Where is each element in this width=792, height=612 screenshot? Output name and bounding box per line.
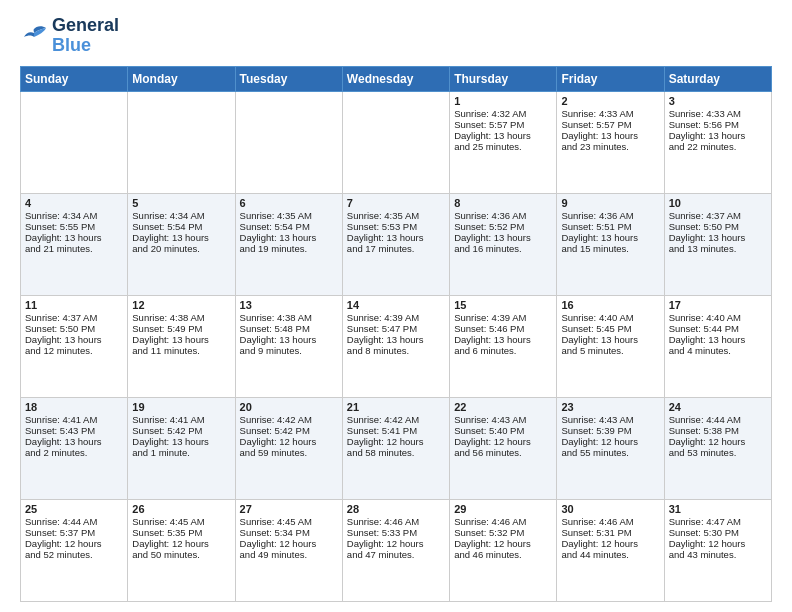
- day-info: and 22 minutes.: [669, 141, 767, 152]
- day-info: Daylight: 12 hours: [240, 436, 338, 447]
- day-number: 30: [561, 503, 659, 515]
- day-info: Daylight: 13 hours: [669, 130, 767, 141]
- day-info: and 6 minutes.: [454, 345, 552, 356]
- calendar-cell: 24Sunrise: 4:44 AMSunset: 5:38 PMDayligh…: [664, 397, 771, 499]
- day-number: 25: [25, 503, 123, 515]
- day-info: Daylight: 12 hours: [347, 538, 445, 549]
- day-info: Sunset: 5:48 PM: [240, 323, 338, 334]
- day-info: and 1 minute.: [132, 447, 230, 458]
- day-number: 4: [25, 197, 123, 209]
- calendar-cell: 31Sunrise: 4:47 AMSunset: 5:30 PMDayligh…: [664, 499, 771, 601]
- day-info: Sunset: 5:49 PM: [132, 323, 230, 334]
- day-info: and 12 minutes.: [25, 345, 123, 356]
- day-info: Daylight: 12 hours: [454, 538, 552, 549]
- day-info: and 19 minutes.: [240, 243, 338, 254]
- day-info: Sunset: 5:37 PM: [25, 527, 123, 538]
- day-info: Sunrise: 4:33 AM: [561, 108, 659, 119]
- calendar-cell: 9Sunrise: 4:36 AMSunset: 5:51 PMDaylight…: [557, 193, 664, 295]
- day-info: and 8 minutes.: [347, 345, 445, 356]
- calendar-cell: [128, 91, 235, 193]
- day-info: Sunset: 5:50 PM: [25, 323, 123, 334]
- day-number: 24: [669, 401, 767, 413]
- day-info: Sunset: 5:31 PM: [561, 527, 659, 538]
- day-info: and 53 minutes.: [669, 447, 767, 458]
- day-info: Daylight: 12 hours: [25, 538, 123, 549]
- day-info: Sunset: 5:32 PM: [454, 527, 552, 538]
- header-monday: Monday: [128, 66, 235, 91]
- day-info: Sunset: 5:47 PM: [347, 323, 445, 334]
- day-number: 31: [669, 503, 767, 515]
- calendar-cell: 13Sunrise: 4:38 AMSunset: 5:48 PMDayligh…: [235, 295, 342, 397]
- day-number: 10: [669, 197, 767, 209]
- day-info: Sunrise: 4:47 AM: [669, 516, 767, 527]
- day-info: and 50 minutes.: [132, 549, 230, 560]
- calendar-week-row: 4Sunrise: 4:34 AMSunset: 5:55 PMDaylight…: [21, 193, 772, 295]
- day-info: Daylight: 13 hours: [454, 334, 552, 345]
- day-info: Sunrise: 4:33 AM: [669, 108, 767, 119]
- day-info: Sunset: 5:33 PM: [347, 527, 445, 538]
- calendar-cell: 10Sunrise: 4:37 AMSunset: 5:50 PMDayligh…: [664, 193, 771, 295]
- calendar-cell: 8Sunrise: 4:36 AMSunset: 5:52 PMDaylight…: [450, 193, 557, 295]
- calendar-cell: [235, 91, 342, 193]
- header-wednesday: Wednesday: [342, 66, 449, 91]
- day-info: Daylight: 13 hours: [132, 232, 230, 243]
- calendar-cell: 16Sunrise: 4:40 AMSunset: 5:45 PMDayligh…: [557, 295, 664, 397]
- header: General Blue: [20, 16, 772, 56]
- day-info: Sunrise: 4:42 AM: [240, 414, 338, 425]
- day-info: and 23 minutes.: [561, 141, 659, 152]
- day-info: Sunrise: 4:45 AM: [132, 516, 230, 527]
- day-info: and 4 minutes.: [669, 345, 767, 356]
- day-info: Daylight: 13 hours: [240, 232, 338, 243]
- calendar-table: Sunday Monday Tuesday Wednesday Thursday…: [20, 66, 772, 602]
- day-info: and 43 minutes.: [669, 549, 767, 560]
- day-info: Daylight: 12 hours: [454, 436, 552, 447]
- day-number: 21: [347, 401, 445, 413]
- calendar-cell: 12Sunrise: 4:38 AMSunset: 5:49 PMDayligh…: [128, 295, 235, 397]
- day-info: Daylight: 13 hours: [25, 334, 123, 345]
- day-info: Sunset: 5:40 PM: [454, 425, 552, 436]
- day-info: Sunset: 5:55 PM: [25, 221, 123, 232]
- day-info: and 13 minutes.: [669, 243, 767, 254]
- day-info: Daylight: 12 hours: [669, 538, 767, 549]
- day-info: and 5 minutes.: [561, 345, 659, 356]
- day-info: Sunrise: 4:43 AM: [561, 414, 659, 425]
- day-info: Sunset: 5:50 PM: [669, 221, 767, 232]
- day-info: Sunrise: 4:39 AM: [454, 312, 552, 323]
- day-info: Sunrise: 4:41 AM: [25, 414, 123, 425]
- day-info: Sunset: 5:34 PM: [240, 527, 338, 538]
- day-info: Sunset: 5:38 PM: [669, 425, 767, 436]
- day-info: Daylight: 13 hours: [25, 232, 123, 243]
- calendar-cell: [342, 91, 449, 193]
- day-number: 2: [561, 95, 659, 107]
- calendar-cell: 28Sunrise: 4:46 AMSunset: 5:33 PMDayligh…: [342, 499, 449, 601]
- calendar-week-row: 25Sunrise: 4:44 AMSunset: 5:37 PMDayligh…: [21, 499, 772, 601]
- logo-general: General: [52, 16, 119, 36]
- day-info: Sunrise: 4:36 AM: [561, 210, 659, 221]
- logo-bird-icon: [20, 25, 48, 47]
- day-info: Sunset: 5:43 PM: [25, 425, 123, 436]
- day-info: Sunrise: 4:40 AM: [561, 312, 659, 323]
- header-thursday: Thursday: [450, 66, 557, 91]
- day-info: Sunset: 5:44 PM: [669, 323, 767, 334]
- day-info: and 20 minutes.: [132, 243, 230, 254]
- calendar-cell: 14Sunrise: 4:39 AMSunset: 5:47 PMDayligh…: [342, 295, 449, 397]
- day-number: 17: [669, 299, 767, 311]
- day-info: Sunset: 5:39 PM: [561, 425, 659, 436]
- day-number: 14: [347, 299, 445, 311]
- day-info: Daylight: 13 hours: [347, 232, 445, 243]
- day-info: Sunrise: 4:42 AM: [347, 414, 445, 425]
- day-number: 5: [132, 197, 230, 209]
- calendar-cell: 3Sunrise: 4:33 AMSunset: 5:56 PMDaylight…: [664, 91, 771, 193]
- day-info: and 44 minutes.: [561, 549, 659, 560]
- calendar-cell: 4Sunrise: 4:34 AMSunset: 5:55 PMDaylight…: [21, 193, 128, 295]
- day-info: and 11 minutes.: [132, 345, 230, 356]
- day-number: 19: [132, 401, 230, 413]
- day-number: 7: [347, 197, 445, 209]
- day-info: Sunrise: 4:34 AM: [132, 210, 230, 221]
- calendar-cell: 20Sunrise: 4:42 AMSunset: 5:42 PMDayligh…: [235, 397, 342, 499]
- day-info: Daylight: 12 hours: [240, 538, 338, 549]
- calendar-cell: 29Sunrise: 4:46 AMSunset: 5:32 PMDayligh…: [450, 499, 557, 601]
- day-info: and 56 minutes.: [454, 447, 552, 458]
- day-info: Sunrise: 4:34 AM: [25, 210, 123, 221]
- calendar-cell: 2Sunrise: 4:33 AMSunset: 5:57 PMDaylight…: [557, 91, 664, 193]
